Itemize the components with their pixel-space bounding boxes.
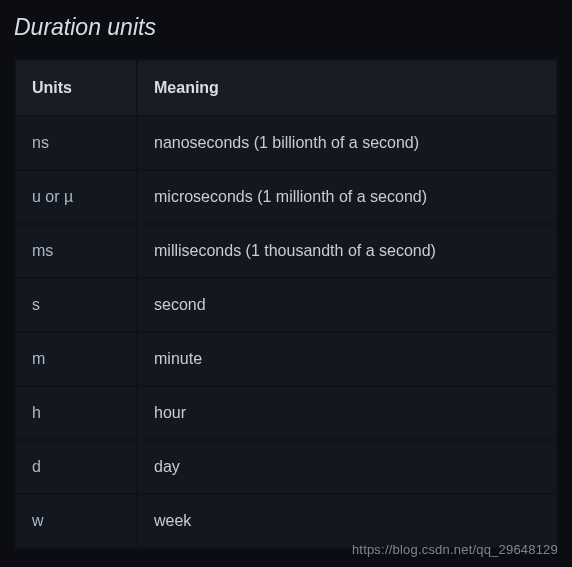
cell-units: w bbox=[16, 495, 136, 547]
cell-units: m bbox=[16, 333, 136, 385]
table-row: h hour bbox=[16, 387, 556, 439]
page-title: Duration units bbox=[0, 0, 572, 59]
table-row: ms milliseconds (1 thousandth of a secon… bbox=[16, 225, 556, 277]
cell-meaning: day bbox=[138, 441, 556, 493]
table-header-row: Units Meaning bbox=[16, 61, 556, 115]
cell-units: u or µ bbox=[16, 171, 136, 223]
watermark-text: https://blog.csdn.net/qq_29648129 bbox=[352, 542, 558, 557]
cell-meaning: hour bbox=[138, 387, 556, 439]
cell-units: s bbox=[16, 279, 136, 331]
cell-units: ms bbox=[16, 225, 136, 277]
col-header-meaning: Meaning bbox=[138, 61, 556, 115]
cell-meaning: week bbox=[138, 495, 556, 547]
cell-units: h bbox=[16, 387, 136, 439]
table-row: w week bbox=[16, 495, 556, 547]
table-row: u or µ microseconds (1 millionth of a se… bbox=[16, 171, 556, 223]
cell-meaning: nanoseconds (1 billionth of a second) bbox=[138, 117, 556, 169]
table-row: d day bbox=[16, 441, 556, 493]
duration-units-table: Units Meaning ns nanoseconds (1 billiont… bbox=[14, 59, 558, 549]
cell-units: ns bbox=[16, 117, 136, 169]
col-header-units: Units bbox=[16, 61, 136, 115]
cell-meaning: microseconds (1 millionth of a second) bbox=[138, 171, 556, 223]
table-container: Units Meaning ns nanoseconds (1 billiont… bbox=[0, 59, 572, 549]
table-row: s second bbox=[16, 279, 556, 331]
cell-meaning: milliseconds (1 thousandth of a second) bbox=[138, 225, 556, 277]
table-row: ns nanoseconds (1 billionth of a second) bbox=[16, 117, 556, 169]
table-row: m minute bbox=[16, 333, 556, 385]
cell-meaning: minute bbox=[138, 333, 556, 385]
cell-units: d bbox=[16, 441, 136, 493]
cell-meaning: second bbox=[138, 279, 556, 331]
